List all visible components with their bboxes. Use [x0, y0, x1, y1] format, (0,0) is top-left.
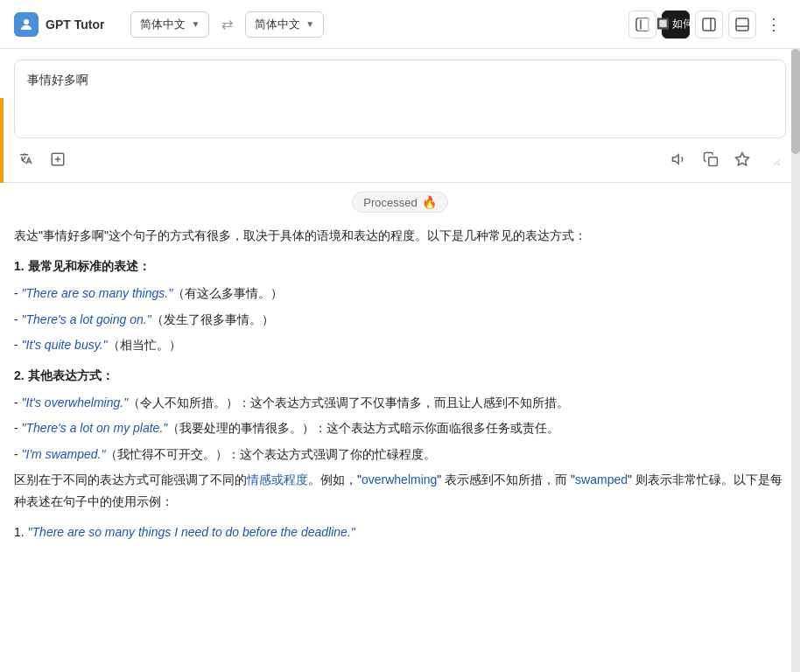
star-icon[interactable]: [730, 147, 754, 172]
fire-emoji: 🔥: [422, 195, 437, 209]
add-icon[interactable]: [46, 147, 70, 172]
target-language-select[interactable]: 简体中文 ▼: [245, 11, 324, 38]
response-area[interactable]: Processed 🔥 表达"事情好多啊"这个句子的方式有很多，取决于具体的语境…: [0, 183, 800, 672]
header: GPT Tutor 简体中文 ▼ ⇄ 简体中文 ▼ 🔲 如何表达: [0, 0, 800, 49]
processed-badge: Processed 🔥: [14, 183, 786, 225]
input-area: 事情好多啊: [0, 49, 800, 183]
main-content: 事情好多啊: [0, 49, 800, 672]
app-logo-icon: [14, 12, 39, 37]
source-language-select[interactable]: 简体中文 ▼: [130, 11, 209, 38]
svg-rect-6: [736, 18, 748, 31]
more-options-button[interactable]: ⋮: [761, 12, 786, 37]
item1-3: - "It's quite busy."（相当忙。）: [14, 334, 786, 356]
processed-pill: Processed 🔥: [352, 192, 447, 213]
section1-title: 1. 最常见和标准的表述：: [14, 256, 786, 277]
svg-marker-13: [736, 153, 749, 165]
source-lang-chevron-icon: ▼: [191, 19, 200, 29]
item2-1: - "It's overwhelming."（令人不知所措。）：这个表达方式强调…: [14, 392, 786, 414]
svg-point-0: [24, 19, 29, 24]
processed-label: Processed: [363, 196, 417, 209]
app-title: GPT Tutor: [46, 18, 104, 32]
svg-marker-11: [673, 155, 679, 164]
example: 1. "There are so many things I need to d…: [14, 522, 786, 543]
conclusion: 区别在于不同的表达方式可能强调了不同的情感或程度。例如，"overwhelmin…: [14, 469, 786, 513]
source-lang-label: 简体中文: [140, 17, 186, 32]
input-toolbar: [14, 142, 786, 175]
section2-title: 2. 其他表达方式：: [14, 365, 786, 387]
resize-handle-icon[interactable]: [761, 147, 786, 172]
input-right-actions: [667, 147, 786, 172]
how-to-express-button[interactable]: 🔲 如何表达: [662, 10, 690, 38]
svg-rect-3: [638, 18, 649, 29]
response-intro: 表达"事情好多啊"这个句子的方式有很多，取决于具体的语境和表达的程度。以下是几种…: [14, 225, 786, 247]
swap-languages-icon[interactable]: ⇄: [218, 16, 236, 32]
svg-rect-4: [703, 18, 715, 31]
item1-1: - "There are so many things."（有这么多事情。）: [14, 283, 786, 304]
item1-2: - "There's a lot going on."（发生了很多事情。）: [14, 309, 786, 331]
panel-bottom-button[interactable]: [728, 10, 756, 38]
logo-area: GPT Tutor: [14, 12, 104, 37]
scrollbar-track[interactable]: [791, 49, 800, 672]
toolbar-icons: 🔲 如何表达 ⋮: [628, 10, 786, 38]
translate-icon[interactable]: [14, 147, 39, 172]
target-lang-label: 简体中文: [255, 17, 300, 32]
copy-icon[interactable]: [698, 147, 723, 172]
target-lang-chevron-icon: ▼: [305, 19, 314, 29]
panel-right-button[interactable]: [695, 10, 723, 38]
item2-2: - "There's a lot on my plate."（我要处理的事情很多…: [14, 417, 786, 439]
text-input[interactable]: 事情好多啊: [14, 60, 786, 138]
svg-rect-12: [709, 158, 718, 166]
response-text: 表达"事情好多啊"这个句子的方式有很多，取决于具体的语境和表达的程度。以下是几种…: [14, 225, 786, 543]
sound-icon[interactable]: [667, 147, 691, 172]
item2-3: - "I'm swamped."（我忙得不可开交。）：这个表达方式强调了你的忙碌…: [14, 444, 786, 466]
scrollbar-thumb[interactable]: [791, 49, 800, 154]
